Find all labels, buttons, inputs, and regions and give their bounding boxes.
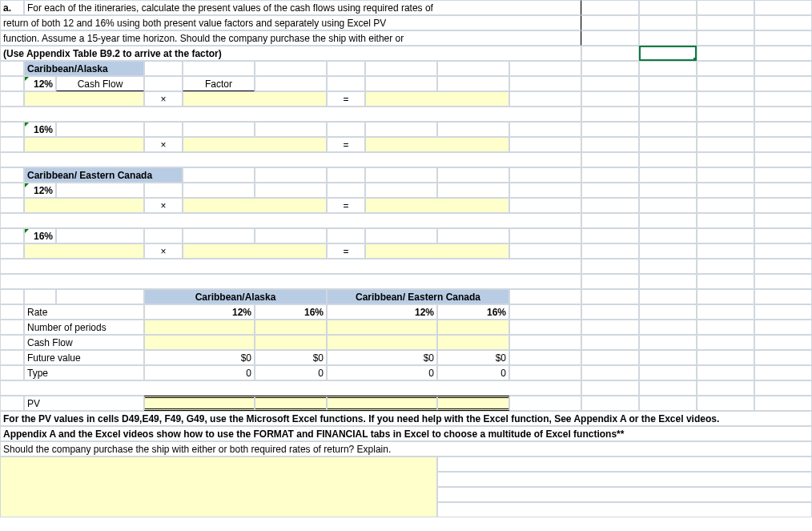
cell[interactable] bbox=[639, 259, 697, 274]
cell[interactable] bbox=[639, 167, 697, 183]
cell[interactable] bbox=[754, 122, 812, 137]
cell[interactable] bbox=[183, 228, 255, 243]
cell[interactable] bbox=[327, 167, 365, 183]
cell[interactable] bbox=[639, 107, 697, 122]
cell[interactable] bbox=[697, 15, 754, 30]
cell[interactable] bbox=[581, 76, 639, 91]
cell[interactable] bbox=[581, 152, 639, 167]
cell[interactable] bbox=[697, 365, 754, 380]
cell[interactable] bbox=[581, 365, 639, 380]
cell[interactable] bbox=[639, 289, 697, 304]
cell[interactable] bbox=[639, 61, 697, 76]
cell[interactable] bbox=[0, 259, 581, 274]
cell[interactable] bbox=[255, 61, 327, 76]
cell[interactable] bbox=[754, 46, 812, 61]
cell[interactable] bbox=[754, 228, 812, 243]
cell[interactable] bbox=[581, 259, 639, 274]
cell[interactable] bbox=[697, 320, 754, 335]
cell[interactable] bbox=[754, 213, 812, 228]
cell[interactable] bbox=[327, 122, 365, 137]
cell[interactable] bbox=[183, 61, 255, 76]
cell[interactable] bbox=[255, 183, 327, 198]
cell[interactable] bbox=[581, 396, 639, 411]
cell[interactable] bbox=[0, 396, 24, 411]
cell[interactable] bbox=[581, 107, 639, 122]
cell[interactable] bbox=[509, 320, 581, 335]
cell[interactable] bbox=[0, 289, 24, 304]
cell[interactable] bbox=[697, 304, 754, 320]
cell[interactable] bbox=[754, 274, 812, 289]
cell[interactable] bbox=[697, 107, 754, 122]
cell[interactable] bbox=[754, 0, 812, 15]
cell[interactable] bbox=[0, 380, 581, 396]
cell[interactable] bbox=[255, 167, 327, 183]
cell[interactable] bbox=[56, 289, 144, 304]
cell[interactable] bbox=[0, 350, 24, 365]
cell[interactable] bbox=[754, 61, 812, 76]
cell[interactable] bbox=[754, 335, 812, 350]
cell[interactable] bbox=[581, 46, 639, 61]
input-cashflow-16a[interactable] bbox=[24, 137, 144, 152]
cell[interactable] bbox=[0, 183, 24, 198]
cell[interactable] bbox=[754, 107, 812, 122]
cell[interactable] bbox=[0, 274, 581, 289]
input-factor-16b[interactable] bbox=[183, 243, 327, 259]
cell[interactable] bbox=[581, 61, 639, 76]
input-factor-16a[interactable] bbox=[183, 137, 327, 152]
cell[interactable] bbox=[639, 15, 697, 30]
pv-3[interactable] bbox=[327, 396, 437, 411]
cell[interactable] bbox=[754, 304, 812, 320]
pv-1[interactable] bbox=[144, 396, 255, 411]
cell[interactable] bbox=[437, 228, 509, 243]
cell[interactable] bbox=[581, 289, 639, 304]
cell[interactable] bbox=[144, 61, 183, 76]
cell[interactable] bbox=[639, 365, 697, 380]
cell[interactable] bbox=[437, 502, 812, 517]
cell[interactable] bbox=[437, 472, 812, 487]
cell[interactable] bbox=[509, 335, 581, 350]
selected-cell[interactable] bbox=[639, 46, 697, 61]
cell[interactable] bbox=[255, 122, 327, 137]
cell[interactable] bbox=[437, 183, 509, 198]
cell[interactable] bbox=[754, 243, 812, 259]
cell[interactable] bbox=[509, 91, 581, 107]
cell[interactable] bbox=[581, 122, 639, 137]
cell[interactable] bbox=[437, 76, 509, 91]
cell[interactable] bbox=[365, 183, 437, 198]
cell[interactable] bbox=[697, 91, 754, 107]
cell[interactable] bbox=[754, 15, 812, 30]
cell[interactable] bbox=[754, 137, 812, 152]
cell[interactable] bbox=[697, 0, 754, 15]
cell[interactable] bbox=[144, 122, 183, 137]
input-cf-3[interactable] bbox=[327, 335, 437, 350]
cell[interactable] bbox=[639, 152, 697, 167]
cell[interactable] bbox=[697, 335, 754, 350]
cell[interactable] bbox=[639, 350, 697, 365]
cell[interactable] bbox=[0, 320, 24, 335]
cell[interactable] bbox=[581, 91, 639, 107]
cell[interactable] bbox=[697, 167, 754, 183]
cell[interactable] bbox=[581, 380, 639, 396]
cell[interactable] bbox=[697, 228, 754, 243]
cell[interactable] bbox=[0, 61, 24, 76]
cell[interactable] bbox=[0, 122, 24, 137]
cell[interactable] bbox=[144, 76, 183, 91]
cell[interactable] bbox=[0, 335, 24, 350]
cell[interactable] bbox=[754, 350, 812, 365]
cell[interactable] bbox=[255, 76, 327, 91]
cell[interactable] bbox=[697, 122, 754, 137]
cell[interactable] bbox=[327, 228, 365, 243]
cell[interactable] bbox=[639, 0, 697, 15]
cell[interactable] bbox=[0, 137, 24, 152]
cell[interactable] bbox=[183, 183, 255, 198]
input-cf-2[interactable] bbox=[255, 335, 327, 350]
input-nper-1[interactable] bbox=[144, 320, 255, 335]
cell[interactable] bbox=[509, 76, 581, 91]
cell[interactable] bbox=[697, 198, 754, 213]
cell[interactable] bbox=[639, 183, 697, 198]
explain-box[interactable] bbox=[0, 457, 437, 517]
cell[interactable] bbox=[255, 228, 327, 243]
cell[interactable] bbox=[144, 228, 183, 243]
cell[interactable] bbox=[0, 198, 24, 213]
cell[interactable] bbox=[509, 137, 581, 152]
